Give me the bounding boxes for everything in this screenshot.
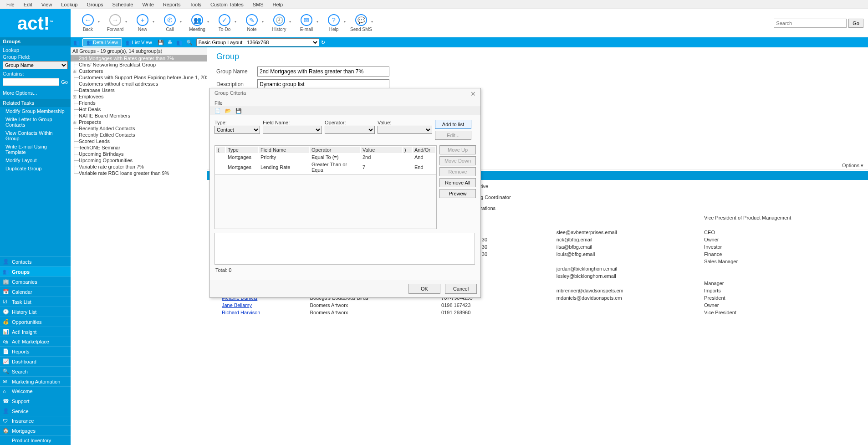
nav-contacts[interactable]: 👤Contacts (0, 256, 71, 266)
nav-marketing-automation[interactable]: ✉Marketing Automation (0, 376, 71, 386)
tree-item[interactable]: Variable rate greater than 7% (71, 164, 207, 170)
move-down-button[interactable]: Move Down (439, 156, 476, 165)
search-go-button[interactable]: Go (848, 19, 863, 28)
criteria-row[interactable]: MortgagesPriorityEqual To (=)2ndAnd (216, 154, 435, 160)
remove-button[interactable]: Remove (439, 167, 476, 176)
menu-schedule[interactable]: Schedule (108, 1, 138, 8)
menu-reports[interactable]: Reports (158, 1, 185, 8)
tree-item[interactable]: NATIE Board Members (71, 113, 207, 119)
groupfield-select[interactable]: Group Name (3, 61, 68, 69)
ok-button[interactable]: OK (408, 284, 440, 294)
toolbar-new-button[interactable]: +New▾ (130, 10, 155, 36)
dialog-file-menu[interactable]: File (210, 99, 480, 107)
menu-file[interactable]: File (2, 1, 19, 8)
toolbar-back-button[interactable]: ←Back▾ (75, 10, 101, 36)
tree-item[interactable]: Variable rate RBC loans greater than 9% (71, 170, 207, 176)
nav-product-inventory[interactable]: Product Inventory (0, 435, 71, 445)
toolbar-history-button[interactable]: 🕘History▾ (266, 10, 292, 36)
fieldname-select[interactable] (263, 126, 322, 134)
nav-calendar[interactable]: 📅Calendar (0, 286, 71, 297)
toolbar-e-mail-button[interactable]: ✉E-mail▾ (294, 10, 319, 36)
nav-service[interactable]: 👤Service (0, 406, 71, 416)
open-file-icon[interactable]: 📂 (225, 108, 231, 113)
add-to-list-button[interactable]: Add to list (435, 120, 471, 129)
nav-welcome[interactable]: ⌂Welcome (0, 386, 71, 396)
nav-dashboard[interactable]: 📈Dashboard (0, 356, 71, 366)
tree-item[interactable]: Prospects (71, 119, 207, 125)
nav-history-list[interactable]: 🕘History List (0, 307, 71, 317)
nav-task-list[interactable]: ☑Task List (0, 297, 71, 307)
toolbar-call-button[interactable]: ✆Call▾ (157, 10, 183, 36)
nav-insurance[interactable]: 🛡Insurance (0, 416, 71, 425)
tree-item[interactable]: Customers (71, 68, 207, 74)
tree-item[interactable]: TechONE Seminar (71, 144, 207, 151)
tree-item[interactable]: Recently Edited Contacts (71, 132, 207, 138)
menu-groups[interactable]: Groups (82, 1, 107, 8)
new-file-icon[interactable]: 📄 (214, 108, 221, 113)
list-view-button[interactable]: 👥 List View (122, 39, 156, 46)
type-select[interactable]: Contact (214, 126, 260, 134)
toolbar-send-sms-button[interactable]: 💬Send SMS▾ (348, 10, 374, 36)
nav-support[interactable]: ☎Support (0, 396, 71, 406)
cancel-button[interactable]: Cancel (445, 284, 477, 294)
group-name-input[interactable] (257, 66, 389, 77)
tree-item[interactable]: Scored Leads (71, 138, 207, 144)
menu-help[interactable]: Help (268, 1, 288, 8)
nav-groups[interactable]: 👥Groups (0, 266, 71, 276)
task-modify-layout[interactable]: Modify Layout (0, 156, 71, 164)
toolbar-note-button[interactable]: ✎Note▾ (239, 10, 265, 36)
contact-link[interactable]: Richard Harvison (222, 310, 260, 315)
menu-sms[interactable]: SMS (248, 1, 268, 8)
nav-mortgages[interactable]: 🏠Mortgages (0, 425, 71, 435)
menu-write[interactable]: Write (138, 1, 158, 8)
layout-select[interactable]: Basic Group Layout - 1366x768 (196, 38, 319, 46)
tree-item[interactable]: 2nd Mortgages with Rates greater than 7% (71, 55, 207, 61)
contains-input[interactable] (3, 78, 59, 86)
move-up-button[interactable]: Move Up (439, 145, 476, 154)
task-modify-group-membership[interactable]: Modify Group Membership (0, 107, 71, 115)
nav-act-marketplace[interactable]: 🛍Act! Marketplace (0, 337, 71, 346)
tree-item[interactable]: Chris' Networking Breakfast Group (71, 61, 207, 68)
refresh-icon[interactable]: ↻ (321, 40, 325, 46)
tree-item[interactable]: Customers with Support Plans Expiring be… (71, 74, 207, 81)
toolbar-to-do-button[interactable]: ✓To-Do▾ (212, 10, 237, 36)
nav-opportunities[interactable]: 💰Opportunities (0, 317, 71, 327)
task-view-contacts-within-group[interactable]: View Contacts Within Group (0, 129, 71, 143)
tree-item[interactable]: Friends (71, 100, 207, 106)
menu-edit[interactable]: Edit (19, 1, 37, 8)
toolbar-meeting-button[interactable]: 👥Meeting▾ (184, 10, 210, 36)
tree-item[interactable]: Upcoming Birthdays (71, 151, 207, 157)
menu-tools[interactable]: Tools (185, 1, 206, 8)
search-icon[interactable]: 🔍 (186, 40, 193, 46)
toolbar-help-button[interactable]: ?Help▾ (321, 10, 347, 36)
operator-select[interactable] (325, 126, 375, 134)
print-icon[interactable]: 🖶 (168, 40, 173, 45)
people-icon[interactable]: 👥 (176, 40, 183, 46)
tree-item[interactable]: Upcoming Opportunities (71, 157, 207, 164)
menu-view[interactable]: View (37, 1, 57, 8)
close-icon[interactable]: ✕ (470, 90, 476, 97)
value-select[interactable] (378, 126, 432, 134)
menu-custom-tables[interactable]: Custom Tables (206, 1, 248, 8)
nav-act-insight[interactable]: 📊Act! Insight (0, 327, 71, 337)
search-input[interactable] (774, 19, 847, 28)
tree-item[interactable]: Database Users (71, 87, 207, 93)
save-icon[interactable]: 💾 (158, 40, 164, 46)
remove-all-button[interactable]: Remove All (439, 178, 476, 187)
contact-link[interactable]: Jane Bellamy (222, 302, 252, 308)
nav-companies[interactable]: 🏢Companies (0, 276, 71, 286)
toolbar-forward-button[interactable]: →Forward▾ (102, 10, 128, 36)
edit-button[interactable]: Edit... (435, 131, 471, 140)
tree-item[interactable]: Recently Added Contacts (71, 125, 207, 132)
tree-item[interactable]: Customers without email addresses (71, 81, 207, 87)
tree-item[interactable]: Employees (71, 93, 207, 100)
more-options-link[interactable]: More Options... (3, 89, 68, 97)
contact-row[interactable]: Jane BellamyBoomers Artworx0198 167423Ow… (208, 302, 867, 308)
criteria-row[interactable]: MortgagesLending RateGreater Than or Equ… (216, 161, 435, 173)
contains-go-button[interactable]: Go (61, 79, 68, 85)
nav-reports[interactable]: 📄Reports (0, 346, 71, 356)
task-write-e-mail-using-template[interactable]: Write E-mail Using Template (0, 143, 71, 156)
save-file-icon[interactable]: 💾 (235, 108, 242, 113)
menu-lookup[interactable]: Lookup (56, 1, 82, 8)
tree-item[interactable]: Hot Deals (71, 106, 207, 113)
